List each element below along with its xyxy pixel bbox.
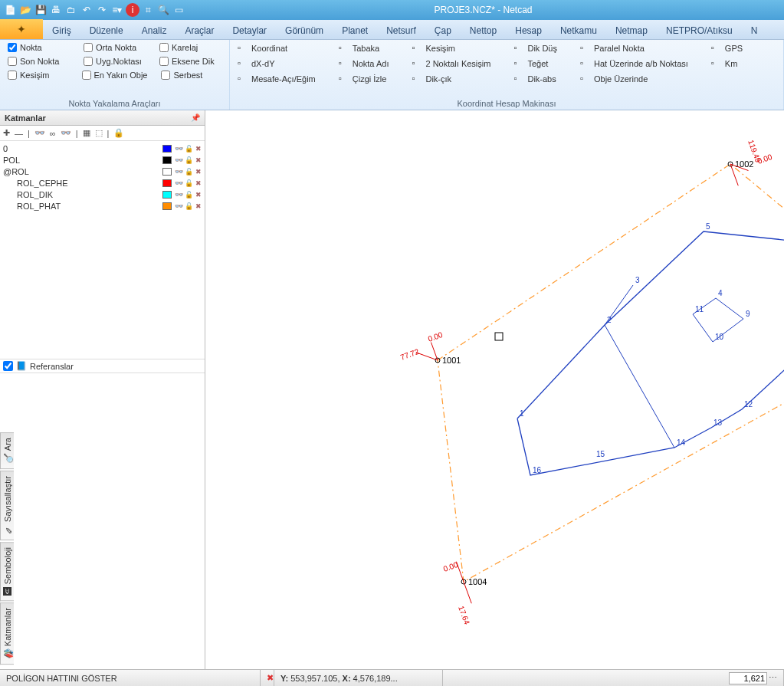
svg-text:1: 1	[520, 409, 524, 418]
cmd-Çizgi İzle[interactable]: ▫Çizgi İzle	[339, 74, 389, 84]
svg-text:1002: 1002	[735, 159, 753, 169]
cmd-Hat Üzerinde a/b Noktası[interactable]: ▫Hat Üzerinde a/b Noktası	[580, 58, 688, 69]
ribbon-tabs: ✦ Giriş Düzenle Analiz Araçlar Detaylar …	[0, 20, 784, 40]
svg-text:5: 5	[706, 222, 710, 231]
svg-text:17.64: 17.64	[457, 605, 471, 626]
status-zoom[interactable]: ⋯	[723, 670, 784, 686]
cmd-Kesişim[interactable]: ▫Kesişim	[412, 43, 490, 54]
svg-text:10: 10	[715, 333, 724, 341]
svg-text:1004: 1004	[468, 577, 487, 586]
layers-title: Katmanlar	[5, 113, 46, 123]
cmd-GPS[interactable]: ▫GPS	[711, 43, 743, 54]
add-icon[interactable]: ✚	[3, 128, 10, 138]
tab-cap[interactable]: Çap	[425, 22, 461, 39]
sidetab-Ara[interactable]: 🔍 Ara	[0, 432, 14, 469]
snap-Kesişim[interactable]: Kesişim	[8, 71, 68, 80]
title-bar: 📄 📂 💾 🖶 🗀 ↶ ↷ ≡▾ i ⌗ 🔍 ▭ PROJE3.NCZ* - N…	[0, 0, 784, 20]
sidetab-Katmanlar[interactable]: 📚 Katmanlar	[0, 602, 14, 665]
lock-icon[interactable]: 🔒	[113, 128, 124, 138]
zoom-icon[interactable]: 🔍	[156, 3, 170, 17]
grid-icon[interactable]: ⌗	[141, 3, 155, 17]
tool-icon[interactable]: ∞	[50, 129, 56, 138]
snap-Uyg.Noktası[interactable]: Uyg.Noktası	[84, 57, 146, 66]
cmd-Koordinat[interactable]: ▫Koordinat	[238, 43, 316, 54]
tool-icon[interactable]: ▦	[83, 128, 90, 138]
snap-Serbest[interactable]: Serbest	[161, 71, 221, 80]
tab-analiz[interactable]: Analiz	[133, 22, 176, 39]
open-icon[interactable]: 📂	[18, 3, 32, 17]
cmd-Obje Üzerinde[interactable]: ▫Obje Üzerinde	[580, 74, 688, 84]
layer-0[interactable]: 0👓 🔓 ✖	[3, 143, 202, 154]
cmd-Paralel Nokta[interactable]: ▫Paralel Nokta	[580, 43, 688, 54]
tab-netpro[interactable]: NETPRO/Atıksu	[657, 22, 742, 39]
redo-icon[interactable]: ↷	[95, 3, 109, 17]
snap-En Yakın Obje[interactable]: En Yakın Obje	[82, 71, 148, 80]
zoom-input[interactable]	[729, 672, 767, 684]
book-icon: 📘	[16, 361, 27, 371]
svg-rect-16	[495, 333, 503, 340]
tab-detaylar[interactable]: Detaylar	[223, 22, 276, 39]
tab-netmap[interactable]: Netmap	[606, 22, 657, 39]
tab-gorunum[interactable]: Görünüm	[276, 22, 333, 39]
layer-ROL_PHAT[interactable]: ROL_PHAT👓 🔓 ✖	[3, 200, 202, 212]
snap-Orta Nokta[interactable]: Orta Nokta	[84, 43, 146, 52]
svg-text:2: 2	[607, 316, 612, 324]
layer-@ROL[interactable]: @ROL👓 🔓 ✖	[3, 166, 202, 177]
tab-araclar[interactable]: Araçlar	[175, 22, 223, 39]
new-icon[interactable]: 📄	[3, 3, 17, 17]
print-icon[interactable]: 🖶	[49, 3, 63, 17]
tab-giris[interactable]: Giriş	[43, 22, 80, 39]
cmd-Nokta Adı[interactable]: ▫Nokta Adı	[339, 58, 389, 69]
snap-Eksene Dik[interactable]: Eksene Dik	[159, 57, 221, 66]
window-title: PROJE3.NCZ* - Netcad	[185, 5, 781, 15]
svg-text:9: 9	[746, 310, 750, 318]
svg-text:12: 12	[744, 400, 753, 409]
window-icon[interactable]: ▭	[172, 3, 185, 17]
cmd-Mesafe-Açı/Eğim[interactable]: ▫Mesafe-Açı/Eğim	[238, 74, 316, 84]
svg-line-34	[431, 343, 438, 360]
file-menu[interactable]: ✦	[0, 19, 43, 39]
save-icon[interactable]: 💾	[34, 3, 48, 17]
tool-icon[interactable]: ⬚	[95, 128, 103, 138]
layer-ROL_CEPHE[interactable]: ROL_CEPHE👓 🔓 ✖	[3, 177, 202, 189]
ribbon: Nokta Orta Nokta Karelaj Son Nokta Uyg.N…	[0, 40, 784, 110]
tab-netsurf[interactable]: Netsurf	[377, 22, 425, 39]
snap-Nokta[interactable]: Nokta	[8, 43, 70, 52]
svg-text:16: 16	[533, 466, 542, 474]
svg-text:13: 13	[713, 418, 723, 427]
snap-Son Nokta[interactable]: Son Nokta	[8, 57, 70, 66]
list-icon[interactable]: ≡▾	[110, 3, 124, 17]
cmd-Dik-çık[interactable]: ▫Dik-çık	[412, 74, 490, 84]
sidetab-Sayısallaştır[interactable]: ✎ Sayısallaştır	[0, 471, 14, 540]
cmd-2 Noktalı Kesişim[interactable]: ▫2 Noktalı Kesişim	[412, 58, 490, 69]
references-row[interactable]: 📘 Referanslar	[0, 359, 205, 373]
sidetab-Semboloji[interactable]: 🅰 Semboloji	[0, 542, 14, 601]
info-icon[interactable]: i	[126, 3, 139, 17]
cmd-dX-dY[interactable]: ▫dX-dY	[238, 58, 316, 69]
drawing-canvas[interactable]: 10011002100310040.0077.72119.490.000.000…	[205, 110, 784, 669]
tab-nettop[interactable]: Nettop	[461, 22, 506, 39]
cmd-Tabaka[interactable]: ▫Tabaka	[339, 43, 389, 54]
remove-icon[interactable]: —	[15, 129, 23, 138]
tab-netkamu[interactable]: Netkamu	[551, 22, 606, 39]
folder-icon[interactable]: 🗀	[64, 3, 78, 17]
tool-icon[interactable]: 👓	[61, 128, 71, 138]
cmd-Teğet[interactable]: ▫Teğet	[513, 58, 557, 69]
cmd-Dik Düş[interactable]: ▫Dik Düş	[513, 43, 557, 54]
snap-Karelaj[interactable]: Karelaj	[159, 43, 221, 52]
layer-ROL_DIK[interactable]: ROL_DIK👓 🔓 ✖	[3, 189, 202, 200]
tab-planet[interactable]: Planet	[333, 22, 377, 39]
tab-hesap[interactable]: Hesap	[506, 22, 551, 39]
svg-text:15: 15	[596, 450, 605, 458]
svg-text:3: 3	[635, 276, 640, 284]
cmd-Dik-abs[interactable]: ▫Dik-abs	[513, 74, 557, 84]
undo-icon[interactable]: ↶	[80, 3, 93, 17]
cmd-Km[interactable]: ▫Km	[711, 58, 743, 69]
layers-toolbar[interactable]: ✚ — | 👓 ∞ 👓 | ▦ ⬚ | 🔒	[0, 126, 205, 141]
tab-more[interactable]: N	[742, 22, 767, 39]
tab-duzenle[interactable]: Düzenle	[80, 22, 133, 39]
tool-icon[interactable]: 👓	[34, 128, 45, 138]
pin-icon[interactable]: 📌	[191, 113, 200, 122]
layer-POL[interactable]: POL👓 🔓 ✖	[3, 154, 202, 166]
ref-checkbox[interactable]	[3, 361, 13, 371]
